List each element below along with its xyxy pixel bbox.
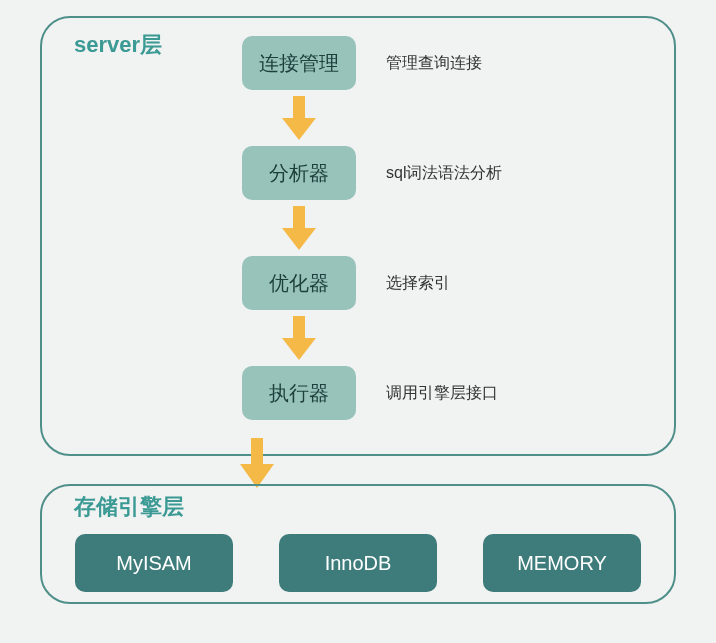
storage-layer-title: 存储引擎层 <box>74 492 184 522</box>
stage-desc: 选择索引 <box>386 273 450 294</box>
stage-desc: sql词法语法分析 <box>386 163 502 184</box>
stage-row: 优化器 选择索引 <box>242 256 542 310</box>
server-layer-title: server层 <box>74 30 162 60</box>
stage-box-connection: 连接管理 <box>242 36 356 90</box>
stage-box-parser: 分析器 <box>242 146 356 200</box>
stage-row: 分析器 sql词法语法分析 <box>242 146 542 200</box>
arrow-down-to-storage-icon <box>240 438 274 488</box>
engine-box-memory: MEMORY <box>483 534 641 592</box>
stage-desc: 调用引擎层接口 <box>386 383 498 404</box>
arrow-down-icon <box>242 316 356 360</box>
server-flow-column: 连接管理 管理查询连接 分析器 sql词法语法分析 优化器 选择索引 执行器 调… <box>242 36 542 420</box>
arrow-down-icon <box>242 206 356 250</box>
stage-desc: 管理查询连接 <box>386 53 482 74</box>
stage-box-optimizer: 优化器 <box>242 256 356 310</box>
stage-row: 连接管理 管理查询连接 <box>242 36 542 90</box>
arrow-down-icon <box>242 96 356 140</box>
engine-row: MyISAM InnoDB MEMORY <box>56 534 660 592</box>
stage-row: 执行器 调用引擎层接口 <box>242 366 542 420</box>
engine-box-myisam: MyISAM <box>75 534 233 592</box>
server-layer-box: server层 连接管理 管理查询连接 分析器 sql词法语法分析 优化器 选择… <box>40 16 676 456</box>
storage-layer-box: 存储引擎层 MyISAM InnoDB MEMORY <box>40 484 676 604</box>
engine-box-innodb: InnoDB <box>279 534 437 592</box>
stage-box-executor: 执行器 <box>242 366 356 420</box>
